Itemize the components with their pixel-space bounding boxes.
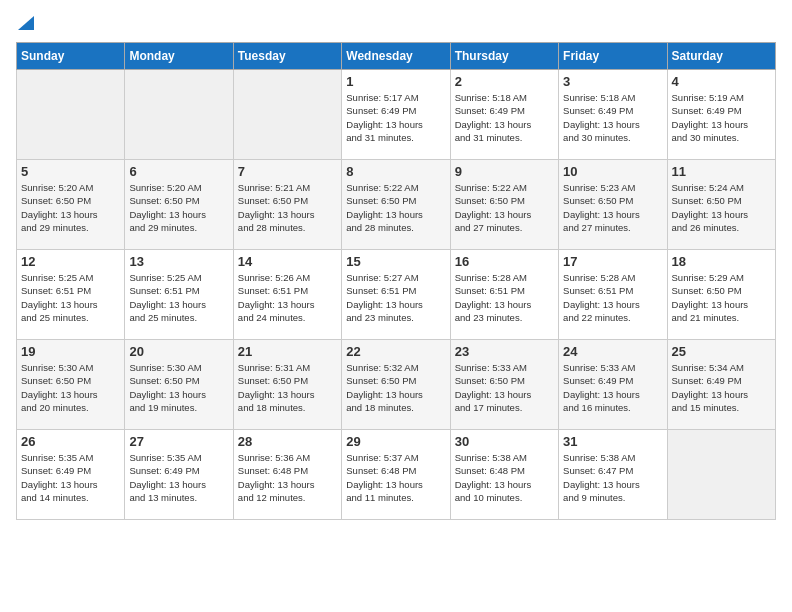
weekday-header-cell: Sunday (17, 43, 125, 70)
day-info: Sunrise: 5:25 AM Sunset: 6:51 PM Dayligh… (129, 271, 228, 324)
weekday-header-cell: Monday (125, 43, 233, 70)
calendar-day-cell: 21Sunrise: 5:31 AM Sunset: 6:50 PM Dayli… (233, 340, 341, 430)
day-info: Sunrise: 5:18 AM Sunset: 6:49 PM Dayligh… (563, 91, 662, 144)
day-info: Sunrise: 5:20 AM Sunset: 6:50 PM Dayligh… (129, 181, 228, 234)
day-info: Sunrise: 5:38 AM Sunset: 6:47 PM Dayligh… (563, 451, 662, 504)
calendar-day-cell: 25Sunrise: 5:34 AM Sunset: 6:49 PM Dayli… (667, 340, 775, 430)
weekday-header-cell: Friday (559, 43, 667, 70)
day-info: Sunrise: 5:23 AM Sunset: 6:50 PM Dayligh… (563, 181, 662, 234)
calendar-day-cell: 26Sunrise: 5:35 AM Sunset: 6:49 PM Dayli… (17, 430, 125, 520)
day-info: Sunrise: 5:26 AM Sunset: 6:51 PM Dayligh… (238, 271, 337, 324)
weekday-header-cell: Wednesday (342, 43, 450, 70)
weekday-header-cell: Tuesday (233, 43, 341, 70)
day-info: Sunrise: 5:19 AM Sunset: 6:49 PM Dayligh… (672, 91, 771, 144)
day-info: Sunrise: 5:37 AM Sunset: 6:48 PM Dayligh… (346, 451, 445, 504)
weekday-header-cell: Thursday (450, 43, 558, 70)
day-number: 29 (346, 434, 445, 449)
calendar-day-cell: 10Sunrise: 5:23 AM Sunset: 6:50 PM Dayli… (559, 160, 667, 250)
calendar-table: SundayMondayTuesdayWednesdayThursdayFrid… (16, 42, 776, 520)
calendar-day-cell: 28Sunrise: 5:36 AM Sunset: 6:48 PM Dayli… (233, 430, 341, 520)
calendar-day-cell: 16Sunrise: 5:28 AM Sunset: 6:51 PM Dayli… (450, 250, 558, 340)
day-number: 22 (346, 344, 445, 359)
day-number: 9 (455, 164, 554, 179)
logo (16, 16, 34, 34)
day-number: 20 (129, 344, 228, 359)
day-info: Sunrise: 5:17 AM Sunset: 6:49 PM Dayligh… (346, 91, 445, 144)
calendar-day-cell: 24Sunrise: 5:33 AM Sunset: 6:49 PM Dayli… (559, 340, 667, 430)
day-info: Sunrise: 5:22 AM Sunset: 6:50 PM Dayligh… (455, 181, 554, 234)
day-number: 13 (129, 254, 228, 269)
calendar-day-cell: 3Sunrise: 5:18 AM Sunset: 6:49 PM Daylig… (559, 70, 667, 160)
calendar-week-row: 1Sunrise: 5:17 AM Sunset: 6:49 PM Daylig… (17, 70, 776, 160)
day-info: Sunrise: 5:30 AM Sunset: 6:50 PM Dayligh… (21, 361, 120, 414)
day-number: 1 (346, 74, 445, 89)
day-info: Sunrise: 5:28 AM Sunset: 6:51 PM Dayligh… (455, 271, 554, 324)
calendar-body: 1Sunrise: 5:17 AM Sunset: 6:49 PM Daylig… (17, 70, 776, 520)
calendar-day-cell: 27Sunrise: 5:35 AM Sunset: 6:49 PM Dayli… (125, 430, 233, 520)
day-number: 28 (238, 434, 337, 449)
calendar-day-cell: 17Sunrise: 5:28 AM Sunset: 6:51 PM Dayli… (559, 250, 667, 340)
calendar-week-row: 26Sunrise: 5:35 AM Sunset: 6:49 PM Dayli… (17, 430, 776, 520)
calendar-day-cell: 29Sunrise: 5:37 AM Sunset: 6:48 PM Dayli… (342, 430, 450, 520)
svg-marker-0 (18, 16, 34, 30)
day-number: 26 (21, 434, 120, 449)
day-info: Sunrise: 5:36 AM Sunset: 6:48 PM Dayligh… (238, 451, 337, 504)
day-number: 19 (21, 344, 120, 359)
day-number: 16 (455, 254, 554, 269)
day-number: 2 (455, 74, 554, 89)
calendar-day-cell (17, 70, 125, 160)
day-info: Sunrise: 5:33 AM Sunset: 6:50 PM Dayligh… (455, 361, 554, 414)
day-number: 8 (346, 164, 445, 179)
calendar-week-row: 19Sunrise: 5:30 AM Sunset: 6:50 PM Dayli… (17, 340, 776, 430)
calendar-day-cell: 7Sunrise: 5:21 AM Sunset: 6:50 PM Daylig… (233, 160, 341, 250)
day-number: 11 (672, 164, 771, 179)
day-info: Sunrise: 5:28 AM Sunset: 6:51 PM Dayligh… (563, 271, 662, 324)
day-number: 5 (21, 164, 120, 179)
calendar-day-cell (667, 430, 775, 520)
calendar-day-cell: 31Sunrise: 5:38 AM Sunset: 6:47 PM Dayli… (559, 430, 667, 520)
day-number: 4 (672, 74, 771, 89)
day-number: 14 (238, 254, 337, 269)
calendar-week-row: 12Sunrise: 5:25 AM Sunset: 6:51 PM Dayli… (17, 250, 776, 340)
calendar-day-cell: 19Sunrise: 5:30 AM Sunset: 6:50 PM Dayli… (17, 340, 125, 430)
day-info: Sunrise: 5:20 AM Sunset: 6:50 PM Dayligh… (21, 181, 120, 234)
day-info: Sunrise: 5:32 AM Sunset: 6:50 PM Dayligh… (346, 361, 445, 414)
calendar-day-cell: 30Sunrise: 5:38 AM Sunset: 6:48 PM Dayli… (450, 430, 558, 520)
day-info: Sunrise: 5:22 AM Sunset: 6:50 PM Dayligh… (346, 181, 445, 234)
weekday-header-row: SundayMondayTuesdayWednesdayThursdayFrid… (17, 43, 776, 70)
day-info: Sunrise: 5:33 AM Sunset: 6:49 PM Dayligh… (563, 361, 662, 414)
calendar-day-cell: 23Sunrise: 5:33 AM Sunset: 6:50 PM Dayli… (450, 340, 558, 430)
day-info: Sunrise: 5:29 AM Sunset: 6:50 PM Dayligh… (672, 271, 771, 324)
calendar-day-cell (233, 70, 341, 160)
day-number: 3 (563, 74, 662, 89)
calendar-day-cell: 5Sunrise: 5:20 AM Sunset: 6:50 PM Daylig… (17, 160, 125, 250)
calendar-day-cell: 18Sunrise: 5:29 AM Sunset: 6:50 PM Dayli… (667, 250, 775, 340)
calendar-day-cell: 6Sunrise: 5:20 AM Sunset: 6:50 PM Daylig… (125, 160, 233, 250)
day-number: 24 (563, 344, 662, 359)
day-number: 10 (563, 164, 662, 179)
day-number: 18 (672, 254, 771, 269)
calendar-day-cell: 14Sunrise: 5:26 AM Sunset: 6:51 PM Dayli… (233, 250, 341, 340)
calendar-day-cell: 15Sunrise: 5:27 AM Sunset: 6:51 PM Dayli… (342, 250, 450, 340)
day-info: Sunrise: 5:31 AM Sunset: 6:50 PM Dayligh… (238, 361, 337, 414)
day-number: 23 (455, 344, 554, 359)
logo-triangle-icon (18, 16, 34, 30)
calendar-day-cell: 8Sunrise: 5:22 AM Sunset: 6:50 PM Daylig… (342, 160, 450, 250)
day-number: 21 (238, 344, 337, 359)
day-info: Sunrise: 5:25 AM Sunset: 6:51 PM Dayligh… (21, 271, 120, 324)
day-info: Sunrise: 5:30 AM Sunset: 6:50 PM Dayligh… (129, 361, 228, 414)
day-info: Sunrise: 5:27 AM Sunset: 6:51 PM Dayligh… (346, 271, 445, 324)
day-number: 7 (238, 164, 337, 179)
calendar-day-cell (125, 70, 233, 160)
calendar-day-cell: 9Sunrise: 5:22 AM Sunset: 6:50 PM Daylig… (450, 160, 558, 250)
day-info: Sunrise: 5:35 AM Sunset: 6:49 PM Dayligh… (129, 451, 228, 504)
day-number: 6 (129, 164, 228, 179)
calendar-day-cell: 4Sunrise: 5:19 AM Sunset: 6:49 PM Daylig… (667, 70, 775, 160)
day-info: Sunrise: 5:35 AM Sunset: 6:49 PM Dayligh… (21, 451, 120, 504)
day-number: 25 (672, 344, 771, 359)
day-info: Sunrise: 5:24 AM Sunset: 6:50 PM Dayligh… (672, 181, 771, 234)
day-info: Sunrise: 5:18 AM Sunset: 6:49 PM Dayligh… (455, 91, 554, 144)
day-number: 12 (21, 254, 120, 269)
day-info: Sunrise: 5:38 AM Sunset: 6:48 PM Dayligh… (455, 451, 554, 504)
page-header (16, 16, 776, 34)
